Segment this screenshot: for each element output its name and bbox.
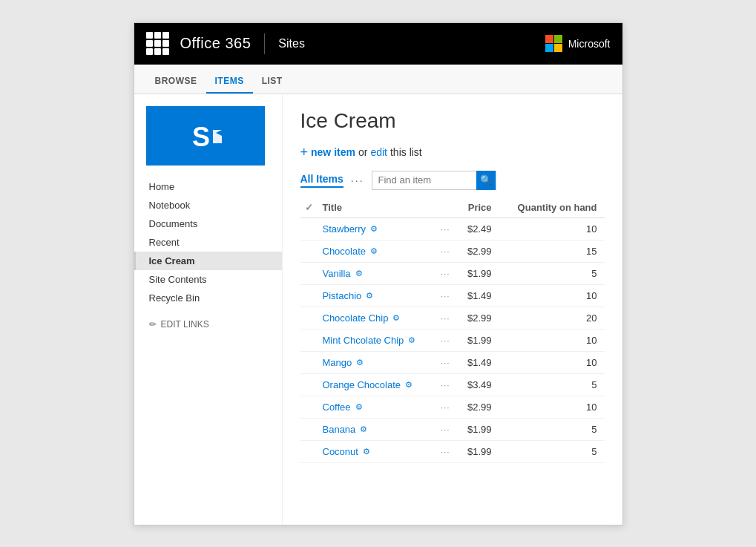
sharepoint-logo: S (185, 115, 226, 157)
edit-links-label: EDIT LINKS (161, 319, 209, 330)
ms-sq-green (554, 35, 562, 43)
tab-items[interactable]: ITEMS (206, 70, 253, 94)
table-row: Orange Chocolate ⚙ ··· $3.49 5 (300, 373, 605, 396)
ms-sq-blue (545, 44, 553, 52)
edit-list-link[interactable]: edit (370, 146, 387, 158)
item-gear-icon[interactable]: ⚙ (405, 380, 412, 390)
row-ellipsis[interactable]: ··· (436, 217, 458, 240)
row-ellipsis[interactable]: ··· (436, 418, 458, 440)
item-name-text[interactable]: Pistachio (323, 290, 362, 301)
item-gear-icon[interactable]: ⚙ (355, 269, 363, 278)
item-name-text[interactable]: Banana (323, 424, 356, 435)
row-check (300, 284, 318, 307)
list-toolbar: All Items ··· 🔍 (300, 171, 605, 190)
row-price: $1.99 (458, 440, 499, 462)
item-gear-icon[interactable]: ⚙ (408, 335, 415, 345)
row-ellipsis[interactable]: ··· (436, 351, 458, 373)
tab-list[interactable]: LIST (253, 70, 292, 94)
item-name-text[interactable]: Mango (323, 357, 352, 368)
item-gear-icon[interactable]: ⚙ (355, 402, 363, 412)
row-check (300, 351, 318, 373)
search-input[interactable] (372, 173, 476, 187)
table-row: Chocolate ⚙ ··· $2.99 15 (300, 240, 605, 262)
edit-links-button[interactable]: ✏ EDIT LINKS (134, 313, 282, 335)
pencil-icon: ✏ (149, 319, 157, 330)
row-qty: 15 (499, 240, 605, 262)
item-gear-icon[interactable]: ⚙ (370, 246, 378, 256)
row-qty: 10 (499, 329, 605, 351)
table-row: Stawberry ⚙ ··· $2.49 10 (300, 217, 605, 240)
items-table: ✓ Title Price Quantity on hand Stawberry… (300, 197, 605, 463)
ms-label: Microsoft (568, 38, 611, 50)
item-name-text[interactable]: Mint Chcolate Chip (323, 335, 404, 346)
row-check (300, 396, 318, 418)
row-price: $1.49 (458, 284, 499, 307)
sidebar-item-recycle-bin[interactable]: Recycle Bin (134, 289, 282, 307)
item-name-text[interactable]: Chocolate Chip (323, 312, 389, 324)
item-gear-icon[interactable]: ⚙ (370, 224, 378, 234)
sidebar-item-notebook[interactable]: Notebook (134, 196, 282, 214)
item-name-text[interactable]: Vanilla (323, 268, 351, 279)
row-check (300, 440, 318, 462)
table-row: Mango ⚙ ··· $1.49 10 (300, 351, 605, 373)
search-button[interactable]: 🔍 (476, 171, 496, 190)
row-qty: 5 (499, 418, 605, 440)
item-name-text[interactable]: Chocolate (323, 246, 367, 257)
row-title: Mango ⚙ (318, 351, 436, 373)
item-gear-icon[interactable]: ⚙ (356, 358, 364, 367)
sites-label: Sites (278, 37, 545, 50)
row-check (300, 217, 318, 240)
row-ellipsis[interactable]: ··· (436, 284, 458, 307)
ms-squares-icon (545, 35, 562, 52)
table-row: Coffee ⚙ ··· $2.99 10 (300, 396, 605, 418)
toolbar-ellipsis[interactable]: ··· (351, 174, 364, 186)
item-gear-icon[interactable]: ⚙ (392, 313, 400, 323)
sidebar-item-recent[interactable]: Recent (134, 233, 282, 252)
item-gear-icon[interactable]: ⚙ (360, 425, 367, 434)
sidebar-item-documents[interactable]: Documents (134, 214, 282, 233)
row-title: Chocolate ⚙ (318, 240, 436, 262)
row-ellipsis[interactable]: ··· (436, 240, 458, 262)
ribbon: BROWSE ITEMS LIST (134, 65, 622, 94)
table-body: Stawberry ⚙ ··· $2.49 10 Chocolate ⚙ ···… (300, 217, 605, 462)
content-area: S Home Notebook Documents Recent Ice Cre… (134, 94, 622, 525)
main-content: Ice Cream + new item or edit this list A… (283, 94, 622, 525)
qty-col-header: Quantity on hand (499, 197, 605, 218)
item-name-text[interactable]: Coffee (323, 402, 351, 413)
row-title: Pistachio ⚙ (318, 284, 436, 307)
app-launcher-button[interactable] (146, 32, 170, 56)
page-title: Ice Cream (300, 109, 605, 133)
row-price: $3.49 (458, 373, 499, 396)
item-gear-icon[interactable]: ⚙ (363, 447, 370, 456)
row-ellipsis[interactable]: ··· (436, 373, 458, 396)
row-title: Vanilla ⚙ (318, 262, 436, 284)
table-row: Pistachio ⚙ ··· $1.49 10 (300, 284, 605, 307)
item-name-text[interactable]: Orange Chocolate (323, 379, 401, 390)
ms-sq-yellow (554, 44, 562, 52)
row-ellipsis[interactable]: ··· (436, 307, 458, 329)
row-title: Coffee ⚙ (318, 396, 436, 418)
row-qty: 10 (499, 284, 605, 307)
sidebar-item-icecream[interactable]: Ice Cream (134, 252, 282, 270)
tab-browse[interactable]: BROWSE (146, 70, 206, 94)
row-title: Chocolate Chip ⚙ (318, 307, 436, 329)
sidebar-item-site-contents[interactable]: Site Contents (134, 270, 282, 289)
new-item-or: or (358, 146, 367, 158)
row-check (300, 418, 318, 440)
sidebar-item-home[interactable]: Home (134, 177, 282, 196)
item-name-text[interactable]: Coconut (323, 446, 358, 457)
row-ellipsis[interactable]: ··· (436, 396, 458, 418)
table-row: Mint Chcolate Chip ⚙ ··· $1.99 10 (300, 329, 605, 351)
new-item-plus-icon: + (300, 145, 309, 160)
item-gear-icon[interactable]: ⚙ (366, 291, 373, 301)
table-row: Chocolate Chip ⚙ ··· $2.99 20 (300, 307, 605, 329)
row-ellipsis[interactable]: ··· (436, 329, 458, 351)
table-row: Banana ⚙ ··· $1.99 5 (300, 418, 605, 440)
row-ellipsis[interactable]: ··· (436, 440, 458, 462)
row-ellipsis[interactable]: ··· (436, 262, 458, 284)
all-items-link[interactable]: All Items (300, 173, 344, 188)
new-item-link[interactable]: new item (311, 146, 355, 158)
item-name-text[interactable]: Stawberry (323, 223, 367, 235)
row-price: $2.99 (458, 396, 499, 418)
new-item-rest: this list (390, 146, 422, 158)
